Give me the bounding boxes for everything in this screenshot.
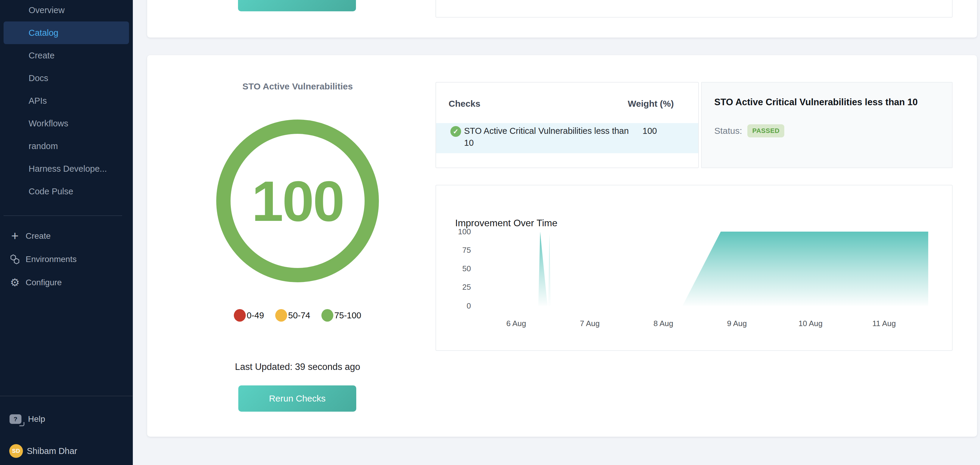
sidebar: Overview Catalog Create Docs APIs Workfl… <box>0 0 133 465</box>
chart-area-score-run-2 <box>548 234 550 306</box>
gear-icon: ⚙ <box>9 276 21 289</box>
sidebar-user[interactable]: SD Shibam Dhar <box>0 443 132 460</box>
sidebar-item-catalog[interactable]: Catalog <box>3 21 129 44</box>
legend-label: 50-74 <box>288 311 310 320</box>
checks-column-header: Checks <box>449 99 480 109</box>
status-label: Status: <box>714 126 742 136</box>
scorecard-title: STO Active Vulnerabilities <box>193 81 402 91</box>
sidebar-actions: + Create Environments ⚙ Configure <box>0 224 132 294</box>
last-updated-text: Last Updated: 39 seconds ago <box>193 361 402 372</box>
sidebar-item-overview[interactable]: Overview <box>3 0 129 21</box>
help-chat-icon: ? <box>10 414 21 424</box>
sidebar-item-harness-developer[interactable]: Harness Develope... <box>3 157 129 180</box>
sidebar-item-random[interactable]: random <box>3 135 129 157</box>
legend-item: 0-49 <box>234 309 264 322</box>
action-label: Configure <box>25 278 62 288</box>
check-status-row: Status: PASSED <box>714 124 784 137</box>
sidebar-item-create[interactable]: Create <box>3 44 129 67</box>
plus-icon: + <box>9 230 21 242</box>
sidebar-action-environments[interactable]: Environments <box>0 248 132 271</box>
rerun-checks-button-partial[interactable] <box>238 0 356 11</box>
sidebar-item-workflows[interactable]: Workflows <box>3 112 129 135</box>
sidebar-help[interactable]: ? Help <box>0 409 132 429</box>
weight-column-header: Weight (%) <box>628 99 674 109</box>
legend-item: 75-100 <box>321 309 361 322</box>
user-name: Shibam Dhar <box>27 446 77 456</box>
chart-area-score-current <box>682 232 928 306</box>
score-value: 100 <box>252 168 344 234</box>
harness-idp-page: Overview Catalog Create Docs APIs Workfl… <box>0 0 980 465</box>
score-gauge: 100 <box>216 120 379 282</box>
improvement-area-chart <box>436 185 953 352</box>
action-label: Create <box>25 231 51 241</box>
help-label: Help <box>28 414 45 424</box>
checks-table: Checks Weight (%) ✓ STO Active Critical … <box>436 82 699 168</box>
sidebar-item-docs[interactable]: Docs <box>3 67 129 89</box>
action-label: Environments <box>25 254 76 264</box>
status-badge: PASSED <box>747 124 784 137</box>
scorecard-card: STO Active Vulnerabilities 100 0-49 50-7… <box>147 55 977 437</box>
sidebar-nav: Overview Catalog Create Docs APIs Workfl… <box>0 0 132 203</box>
legend-label: 0-49 <box>247 311 264 320</box>
scorecard-card-previous-partial <box>147 0 977 38</box>
chart-area-score-run-1 <box>538 232 547 306</box>
check-weight: 100 <box>643 126 657 136</box>
legend-dot-green <box>321 309 333 322</box>
check-table-row[interactable]: ✓ STO Active Critical Vulnerabilities le… <box>436 123 698 153</box>
check-name: STO Active Critical Vulnerabilities less… <box>464 125 637 149</box>
legend-item: 50-74 <box>275 309 310 322</box>
score-legend: 0-49 50-74 75-100 <box>193 309 402 322</box>
avatar: SD <box>9 444 23 458</box>
environments-icon <box>9 253 21 265</box>
sidebar-item-code-pulse[interactable]: Code Pulse <box>3 180 129 203</box>
check-detail-panel: STO Active Critical Vulnerabilities less… <box>701 82 953 168</box>
sidebar-divider <box>3 216 122 216</box>
legend-dot-red <box>234 309 246 322</box>
sidebar-divider <box>0 396 132 396</box>
check-passed-icon: ✓ <box>450 126 461 137</box>
sidebar-action-configure[interactable]: ⚙ Configure <box>0 271 132 294</box>
legend-dot-yellow <box>275 309 287 322</box>
sidebar-item-apis[interactable]: APIs <box>3 89 129 112</box>
sidebar-action-create[interactable]: + Create <box>0 224 132 248</box>
check-detail-title: STO Active Critical Vulnerabilities less… <box>714 97 918 108</box>
legend-label: 75-100 <box>334 311 361 320</box>
rerun-checks-button[interactable]: Rerun Checks <box>238 385 356 412</box>
chart-card-previous-partial <box>436 0 953 18</box>
improvement-chart-card: Improvement Over Time 100 75 50 25 0 6 A… <box>436 185 953 351</box>
